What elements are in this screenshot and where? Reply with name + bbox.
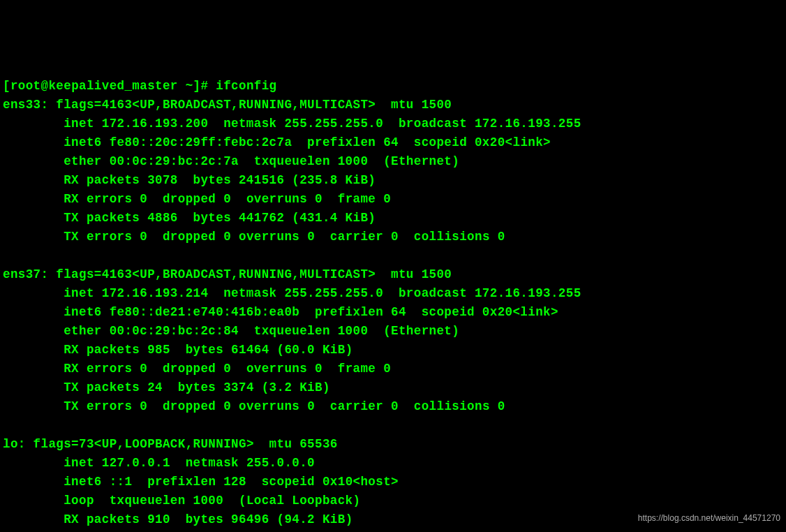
command-text: ifconfig [216,79,276,93]
iface-ens33-tx-packets: TX packets 4886 bytes 441762 (431.4 KiB) [64,211,376,225]
iface-ens37-inet6: inet6 fe80::de21:e740:416b:ea0b prefixle… [64,305,558,319]
iface-ens37-inet: inet 172.16.193.214 netmask 255.255.255.… [64,286,581,300]
iface-ens37-tx-packets: TX packets 24 bytes 3374 (3.2 KiB) [64,380,330,394]
prompt-line: [root@keepalived_master ~]# ifconfig [3,79,277,93]
terminal-output[interactable]: [root@keepalived_master ~]# ifconfig ens… [0,75,786,532]
iface-ens37-ether: ether 00:0c:29:bc:2c:84 txqueuelen 1000 … [64,324,459,338]
iface-ens33-inet6: inet6 fe80::20c:29ff:febc:2c7a prefixlen… [64,135,551,149]
iface-ens37-tx-errors: TX errors 0 dropped 0 overruns 0 carrier… [64,399,505,413]
iface-ens37-rx-errors: RX errors 0 dropped 0 overruns 0 frame 0 [64,362,391,376]
iface-lo-header: lo: flags=73<UP,LOOPBACK,RUNNING> mtu 65… [3,437,338,451]
iface-ens33-header: ens33: flags=4163<UP,BROADCAST,RUNNING,M… [3,98,452,112]
iface-ens33-tx-errors: TX errors 0 dropped 0 overruns 0 carrier… [64,230,505,244]
iface-ens33-ether: ether 00:0c:29:bc:2c:7a txqueuelen 1000 … [64,154,459,168]
iface-ens37-rx-packets: RX packets 985 bytes 61464 (60.0 KiB) [64,343,353,357]
iface-ens37-header: ens37: flags=4163<UP,BROADCAST,RUNNING,M… [3,267,452,281]
iface-lo-inet6: inet6 ::1 prefixlen 128 scopeid 0x10<hos… [64,475,399,489]
iface-lo-rx-packets: RX packets 910 bytes 96496 (94.2 KiB) [64,512,353,526]
iface-ens33-inet: inet 172.16.193.200 netmask 255.255.255.… [64,117,581,131]
iface-lo-loop: loop txqueuelen 1000 (Local Loopback) [64,494,360,508]
iface-lo-inet: inet 127.0.0.1 netmask 255.0.0.0 [64,456,315,470]
watermark-text: https://blog.csdn.net/weixin_44571270 [638,509,780,528]
iface-ens33-rx-packets: RX packets 3078 bytes 241516 (235.8 KiB) [64,173,376,187]
iface-ens33-rx-errors: RX errors 0 dropped 0 overruns 0 frame 0 [64,192,391,206]
